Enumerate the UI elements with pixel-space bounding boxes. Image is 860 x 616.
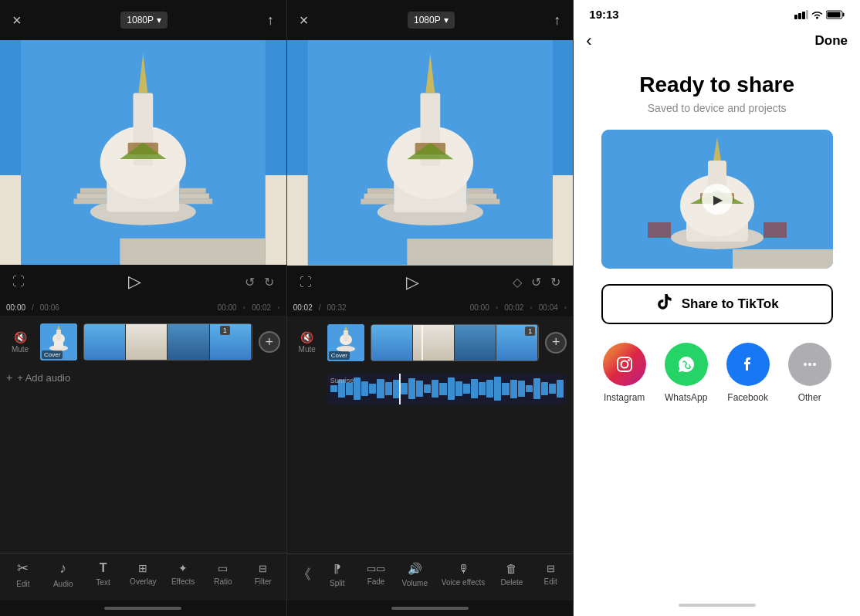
bottom-toolbar-1: ✂ Edit ♪ Audio T Text ⊞ Overlay ✦ Effect… [0,553,286,601]
mute-label-2: 🔇 Mute [293,331,321,354]
tool-split-2[interactable]: ⁋ Split [318,562,357,587]
add-clip-button-2[interactable]: + [545,332,567,354]
svg-point-62 [628,359,630,361]
tool-fade-2[interactable]: ▭▭ Fade [357,563,395,586]
status-icons [794,10,845,19]
tool-audio-1[interactable]: ♪ Audio [43,560,83,588]
facebook-share-button[interactable]: Facebook [726,343,770,403]
tool-overlay-1[interactable]: ⊞ Overlay [123,562,163,586]
quality-badge-1[interactable]: 1080P ▾ [120,12,168,29]
instagram-icon [603,343,646,386]
svg-rect-29 [361,199,394,205]
bottom-toolbar-2: 《 ⁋ Split ▭▭ Fade 🔊 Volume 🎙 Voice effec… [287,553,574,601]
mute-label-1: 🔇 Mute [6,331,34,354]
whatsapp-share-button[interactable]: WhatsApp [665,343,708,403]
svg-rect-44 [806,10,808,19]
svg-point-63 [804,363,807,366]
instagram-share-button[interactable]: Instagram [603,343,646,403]
svg-rect-32 [466,199,499,205]
undo-icon-2[interactable]: ↺ [531,275,541,289]
home-indicator-3 [574,601,860,616]
done-button[interactable]: Done [815,33,848,49]
timeline-bar-1: 00:00 / 00:06 00:00 • 00:02 • [0,299,286,316]
tool-ratio-1[interactable]: ▭ Ratio [203,562,243,586]
video-strip-2[interactable]: 1 [371,324,540,361]
svg-rect-34 [466,188,493,194]
svg-point-45 [816,16,818,19]
video-track-row-2: 🔇 Mute Cover [293,323,567,363]
upload-icon-1[interactable]: ↑ [267,12,274,29]
other-label: Other [798,392,821,403]
video-controls-1: ⛶ ▷ ↺ ↻ [0,265,286,299]
svg-rect-9 [77,194,107,199]
tiktok-icon [655,293,674,316]
redo-icon-2[interactable]: ↻ [550,275,560,289]
editor-header-1: × 1080P ▾ ↑ [0,0,286,40]
tool-volume-2[interactable]: 🔊 Volume [395,562,434,587]
svg-rect-42 [798,13,801,19]
status-time: 19:13 [589,8,618,21]
play-button-2[interactable]: ▷ [406,272,419,293]
diamond-icon-2[interactable]: ◇ [513,275,522,289]
play-button-1[interactable]: ▷ [128,272,141,292]
cover-thumb-1[interactable]: Cover [40,323,77,360]
video-strip-1[interactable]: 1 [83,323,252,360]
tool-voice-effects-2[interactable]: 🎙 Voice effects [434,562,492,587]
video-track-row-1: 🔇 Mute Cover [6,322,280,362]
video-play-button[interactable]: ▶ [702,184,733,215]
redo-icon-1[interactable]: ↻ [264,275,274,289]
home-indicator-2 [287,601,574,616]
svg-rect-8 [73,198,107,204]
tool-effects-1[interactable]: ✦ Effects [163,562,203,586]
fullscreen-icon-2[interactable]: ⛶ [300,276,312,289]
back-panel-button-2[interactable]: 《 [290,560,318,588]
undo-icon-1[interactable]: ↺ [245,275,255,289]
tiktok-share-button[interactable]: Share to TikTok [601,284,833,324]
track-area-2: 🔇 Mute Cover [287,316,574,554]
panel-3-share: 19:13 ‹ Done Read [574,0,860,616]
share-title: Ready to share [639,73,794,97]
svg-rect-58 [648,222,671,238]
close-icon-2[interactable]: × [300,12,309,29]
panel-2-editor: × 1080P ▾ ↑ [287,0,574,616]
quality-badge-2[interactable]: 1080P ▾ [408,12,455,29]
svg-point-64 [808,363,811,366]
add-clip-button-1[interactable]: + [259,331,280,353]
svg-rect-43 [802,12,805,19]
other-share-button[interactable]: Other [788,343,831,403]
add-audio-row-1[interactable]: + + Add audio [6,368,280,387]
tool-edit-1[interactable]: ✂ Edit [3,560,43,588]
share-subtitle: Saved to device and projects [648,102,787,114]
svg-rect-12 [179,194,209,199]
svg-rect-48 [828,12,841,17]
share-back-button[interactable]: ‹ [586,31,591,51]
instagram-label: Instagram [604,392,645,403]
svg-rect-41 [794,15,797,19]
video-preview-1 [0,40,286,265]
track-area-1: 🔇 Mute Cover [0,316,286,553]
svg-rect-47 [843,12,845,16]
upload-icon-2[interactable]: ↑ [554,12,560,29]
tool-text-1[interactable]: T Text [83,561,124,587]
svg-rect-11 [179,198,212,204]
cover-thumb-2[interactable]: Cover [327,324,364,361]
tool-edit-2[interactable]: ⊟ Edit [531,563,570,586]
share-nav-header: ‹ Done [574,25,860,57]
wifi-icon [811,10,823,19]
svg-rect-59 [764,222,787,238]
fullscreen-icon-1[interactable]: ⛶ [12,275,25,289]
svg-point-65 [813,363,816,366]
editor-header-2: × 1080P ▾ ↑ [287,0,574,40]
whatsapp-icon [665,343,708,386]
svg-rect-14 [120,239,265,265]
timeline-bar-2: 00:02 / 00:32 00:00 • 00:02 • 00:04 • [287,300,574,316]
facebook-icon [726,343,770,386]
svg-rect-10 [80,188,107,194]
status-bar: 19:13 [574,0,860,25]
tool-delete-2[interactable]: 🗑 Delete [493,562,531,587]
close-icon-1[interactable]: × [12,12,22,29]
svg-rect-39 [344,330,348,341]
audio-waveform-2[interactable]: Sunrise [327,374,567,404]
share-video-thumbnail[interactable]: ▶ [601,130,833,269]
tool-filter-1[interactable]: ⊟ Filter [243,563,283,586]
